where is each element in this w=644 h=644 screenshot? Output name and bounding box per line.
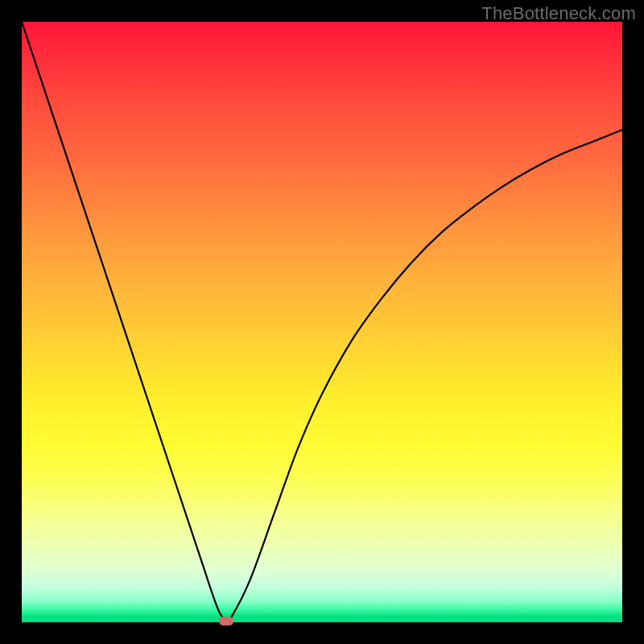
chart-container: TheBottleneck.com xyxy=(0,0,644,644)
plot-area xyxy=(22,22,622,622)
optimum-marker-icon xyxy=(219,617,233,625)
bottleneck-curve xyxy=(22,22,622,622)
watermark-text: TheBottleneck.com xyxy=(481,3,636,24)
